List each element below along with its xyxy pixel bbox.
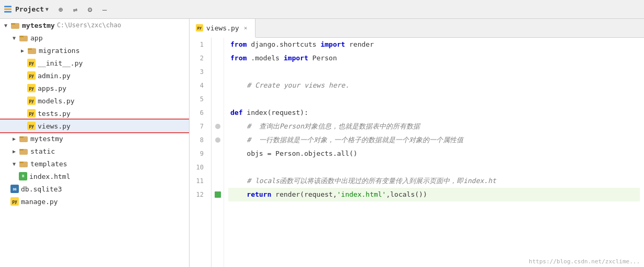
tab-bar: py views.py × [190, 19, 644, 38]
folder-icon-templates [19, 159, 28, 168]
gutter-panel [212, 38, 224, 267]
watermark: https://blog.csdn.net/zxclime... [529, 258, 640, 265]
gutter-10 [212, 161, 224, 174]
token-11-1: # locals函数可以将该函数中出现过的所有变量传入到展示页面中，即index… [230, 174, 496, 188]
tree-item-init[interactable]: py __init__.py [0, 57, 189, 69]
gutter-1 [212, 38, 224, 51]
code-editor[interactable]: 1 2 3 4 5 6 7 8 9 10 11 12 [190, 38, 644, 267]
py-file-icon-apps: py [27, 84, 36, 92]
code-line-2: from .models import Person [228, 51, 640, 65]
gutter-3 [212, 65, 224, 79]
minimize-button[interactable]: — [99, 4, 110, 15]
expand-arrow: ▼ [2, 22, 9, 29]
tree-item-index-html[interactable]: H index.html [0, 170, 189, 183]
tab-label-views-py: views.py [206, 24, 239, 32]
tab-views-py[interactable]: py views.py × [190, 19, 256, 38]
tree-item-app[interactable]: ▼ app [0, 31, 189, 44]
token-1-3: import [320, 38, 345, 51]
tree-item-label-apps: apps.py [38, 84, 66, 92]
token-4-1: # Create your views here. [230, 79, 349, 92]
tree-item-admin[interactable]: py admin.py [0, 69, 189, 82]
token-2-3: import [284, 51, 308, 65]
token-1-4: render [345, 38, 374, 51]
project-dropdown-icon[interactable]: ▼ [46, 6, 49, 12]
tree-item-label: mytestmy [22, 22, 55, 29]
tree-item-label-templates: templates [30, 160, 67, 168]
line-num-11: 11 [190, 174, 207, 188]
tab-close-views-py[interactable]: × [242, 24, 249, 32]
gutter-9 [212, 147, 224, 161]
expand-arrow-templates: ▼ [10, 160, 18, 167]
gutter-4 [212, 79, 224, 92]
tree-item-mytestmy-dir[interactable]: ▶ mytestmy [0, 132, 189, 145]
tree-item-label-manage-py: manage.py [21, 198, 58, 206]
tree-item-views[interactable]: py views.py [0, 120, 189, 132]
line-num-12: 12 [190, 188, 207, 201]
bookmark-12 [215, 191, 221, 198]
settings-button[interactable]: ⚙ [84, 4, 96, 15]
swap-button[interactable]: ⇌ [70, 4, 81, 15]
token-7-1: # 查询出Person对象信息，也就是数据表中的所有数据 [230, 120, 420, 133]
token-2-2: .models [247, 51, 283, 65]
tree-item-tests[interactable]: py tests.py [0, 107, 189, 120]
line-num-1: 1 [190, 38, 207, 51]
token-12-1 [230, 188, 247, 201]
line-num-8: 8 [190, 133, 207, 147]
token-6-1: def [230, 106, 242, 120]
folder-icon-app [19, 34, 28, 42]
gutter-2 [212, 51, 224, 65]
line-num-7: 7 [190, 120, 207, 133]
folder-icon-static [19, 147, 28, 155]
line-num-10: 10 [190, 161, 207, 174]
tree-item-apps[interactable]: py apps.py [0, 82, 189, 94]
bookmark-8 [215, 137, 220, 143]
token-12-2: return [247, 188, 271, 201]
gutter-11 [212, 174, 224, 188]
svg-rect-5 [28, 48, 32, 50]
tree-item-migrations[interactable]: ▶ migrations [0, 44, 189, 57]
token-6-2: index(request): [242, 106, 308, 120]
tab-icon-views-py: py [196, 24, 203, 31]
gutter-12 [212, 188, 224, 201]
token-12-5: ,locals()) [386, 188, 427, 201]
project-label: Project [15, 5, 44, 13]
line-num-9: 9 [190, 147, 207, 161]
bookmark-7 [215, 124, 220, 129]
py-file-icon-models: py [27, 97, 36, 105]
tree-item-templates[interactable]: ▼ templates [0, 157, 189, 170]
tree-item-db-sqlite3[interactable]: DB db.sqlite3 [0, 183, 189, 195]
tree-item-manage-py[interactable]: py manage.py [0, 195, 189, 208]
svg-rect-1 [11, 23, 15, 25]
gutter-7 [212, 120, 224, 133]
token-8-1: # 一行数据就是一个对象，一个格子的数据就是一个对象的一个属性值 [230, 133, 463, 147]
tree-item-label-app: app [30, 34, 42, 42]
py-file-icon-views: py [27, 122, 36, 130]
tree-item-static[interactable]: ▶ static [0, 145, 189, 157]
tree-item-mytestmy[interactable]: ▼ mytestmy C:\Users\zxc\chao [0, 19, 189, 31]
add-module-button[interactable]: ⊕ [55, 4, 66, 15]
line-num-3: 3 [190, 65, 207, 79]
token-9-1: objs = Person.objects.all() [230, 147, 358, 161]
editor-panel: py views.py × 1 2 3 4 5 6 7 8 9 [190, 19, 644, 267]
code-line-8: # 一行数据就是一个对象，一个格子的数据就是一个对象的一个属性值 [228, 133, 640, 147]
code-content-area[interactable]: from django.shortcuts import render from… [224, 38, 644, 267]
token-12-3: render(request, [271, 188, 337, 201]
code-line-12: return render(request, 'index.html' ,loc… [228, 188, 640, 201]
tree-item-label-views: views.py [38, 122, 71, 130]
token-2-4: Person [308, 51, 337, 65]
expand-arrow-app: ▼ [10, 34, 18, 41]
db-file-icon: DB [10, 185, 19, 193]
tree-item-label-init: __init__.py [38, 59, 83, 67]
top-toolbar: Project ▼ ⊕ ⇌ ⚙ — [0, 0, 644, 19]
tree-item-label-index-html: index.html [29, 173, 70, 180]
code-line-7: # 查询出Person对象信息，也就是数据表中的所有数据 [228, 120, 640, 133]
py-file-icon-admin: py [27, 71, 36, 80]
code-line-10 [228, 161, 640, 174]
token-2-1: from [230, 51, 247, 65]
code-line-6: def index(request): [228, 106, 640, 120]
folder-icon-mytestmy-dir [19, 134, 28, 143]
tree-item-models[interactable]: py models.py [0, 94, 189, 107]
token-1-2: django.shortcuts [247, 38, 320, 51]
line-num-6: 6 [190, 106, 207, 120]
gutter-5 [212, 92, 224, 106]
